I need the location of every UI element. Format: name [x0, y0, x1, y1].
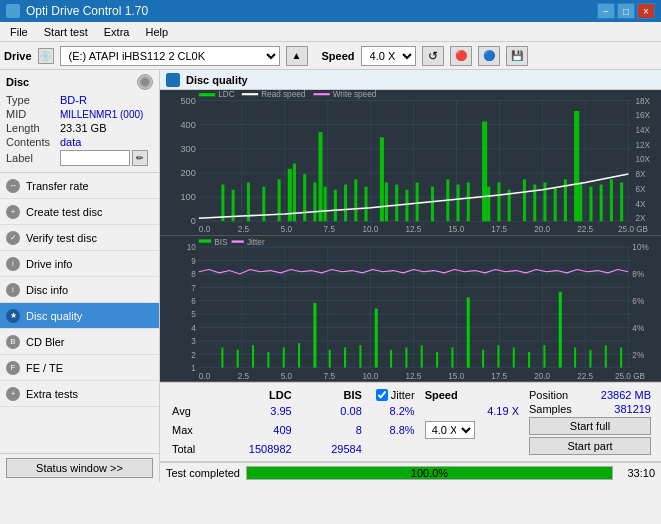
mid-value: MILLENMR1 (000) — [60, 109, 143, 120]
svg-text:10%: 10% — [632, 242, 649, 252]
svg-rect-20 — [262, 187, 265, 222]
svg-text:12.5: 12.5 — [405, 370, 421, 380]
svg-rect-17 — [221, 185, 224, 222]
svg-rect-47 — [543, 182, 546, 221]
svg-text:15.0: 15.0 — [448, 370, 464, 380]
svg-text:7.5: 7.5 — [324, 224, 336, 234]
svg-rect-48 — [554, 187, 557, 222]
svg-rect-24 — [303, 174, 306, 221]
progress-bar: 100.0% — [246, 466, 613, 480]
sidebar-item-drive-info[interactable]: i Drive info — [0, 251, 159, 277]
svg-text:10.0: 10.0 — [362, 224, 378, 234]
svg-rect-50 — [574, 111, 579, 221]
avg-bis: 0.08 — [298, 404, 366, 418]
svg-rect-0 — [160, 90, 661, 235]
sidebar-item-verify-test-disc[interactable]: ✓ Verify test disc — [0, 225, 159, 251]
svg-text:2: 2 — [191, 349, 196, 359]
svg-text:15.0: 15.0 — [448, 224, 464, 234]
sidebar-item-label: Transfer rate — [26, 180, 89, 192]
minimize-button[interactable]: − — [597, 3, 615, 19]
svg-rect-124 — [451, 348, 453, 368]
svg-rect-130 — [543, 345, 545, 367]
svg-text:4X: 4X — [635, 199, 645, 209]
jitter-checkbox[interactable] — [376, 389, 388, 401]
svg-rect-35 — [405, 190, 408, 222]
svg-text:6X: 6X — [635, 184, 645, 194]
svg-rect-111 — [252, 345, 254, 367]
contents-value: data — [60, 136, 81, 148]
stats-bar: LDC BIS Jitter Speed Avg 3.95 — [160, 382, 661, 462]
menu-extra[interactable]: Extra — [98, 24, 136, 40]
disc-quality-header: Disc quality — [160, 70, 661, 90]
svg-rect-135 — [620, 348, 622, 368]
start-part-button[interactable]: Start part — [529, 437, 651, 455]
eject-button[interactable]: ▲ — [286, 46, 308, 66]
settings-button1[interactable]: 🔴 — [450, 46, 472, 66]
length-label: Length — [6, 122, 60, 134]
speed-label: Speed — [322, 50, 355, 62]
svg-text:10.0: 10.0 — [362, 370, 378, 380]
sidebar-item-extra-tests[interactable]: + Extra tests — [0, 381, 159, 407]
sidebar-item-transfer-rate[interactable]: ↔ Transfer rate — [0, 173, 159, 199]
svg-text:BIS: BIS — [214, 237, 227, 247]
disc-section-title: Disc — [6, 76, 29, 88]
sidebar-item-disc-quality[interactable]: ★ Disc quality — [0, 303, 159, 329]
speed-select[interactable]: 4.0 X — [361, 46, 416, 66]
menu-help[interactable]: Help — [139, 24, 174, 40]
svg-rect-33 — [385, 182, 388, 221]
sidebar-item-create-test-disc[interactable]: + Create test disc — [0, 199, 159, 225]
jitter-header: Jitter — [391, 389, 415, 401]
menu-start-test[interactable]: Start test — [38, 24, 94, 40]
disc-section: Disc Type BD-R MID MILLENMR1 (000) Lengt… — [0, 70, 159, 173]
svg-rect-30 — [354, 179, 357, 221]
label-edit-button[interactable]: ✏ — [132, 150, 148, 166]
maximize-button[interactable]: □ — [617, 3, 635, 19]
svg-rect-26 — [318, 132, 322, 221]
svg-rect-52 — [589, 187, 592, 222]
svg-text:8: 8 — [191, 269, 196, 279]
sidebar-item-label: FE / TE — [26, 362, 63, 374]
settings-button2[interactable]: 🔵 — [478, 46, 500, 66]
drive-select[interactable]: (E:) ATAPI iHBS112 2 CL0K — [60, 46, 280, 66]
svg-rect-122 — [421, 345, 423, 367]
type-value: BD-R — [60, 94, 87, 106]
total-label: Total — [168, 442, 204, 456]
svg-text:Jitter: Jitter — [247, 237, 265, 247]
max-bis: 8 — [298, 420, 366, 440]
refresh-button[interactable]: ↺ — [422, 46, 444, 66]
progress-percent: 100.0% — [247, 467, 612, 479]
sidebar-item-disc-info[interactable]: i Disc info — [0, 277, 159, 303]
save-button[interactable]: 💾 — [506, 46, 528, 66]
svg-text:25.0 GB: 25.0 GB — [615, 370, 645, 380]
svg-text:4: 4 — [191, 322, 196, 332]
close-button[interactable]: × — [637, 3, 655, 19]
svg-text:10X: 10X — [635, 154, 650, 164]
svg-rect-109 — [221, 348, 223, 368]
svg-rect-128 — [513, 348, 515, 368]
svg-rect-42 — [487, 187, 490, 222]
svg-text:22.5: 22.5 — [577, 370, 593, 380]
svg-rect-134 — [605, 345, 607, 367]
svg-rect-117 — [344, 348, 346, 368]
svg-text:5: 5 — [191, 309, 196, 319]
svg-text:Write speed: Write speed — [333, 90, 377, 99]
verify-test-icon: ✓ — [6, 231, 20, 245]
sidebar-item-cd-bler[interactable]: B CD Bler — [0, 329, 159, 355]
svg-rect-31 — [364, 187, 367, 222]
svg-rect-114 — [298, 343, 300, 368]
disc-icon — [137, 74, 153, 90]
svg-rect-132 — [574, 348, 576, 368]
svg-text:9: 9 — [191, 256, 196, 266]
svg-rect-88 — [160, 236, 661, 381]
menu-file[interactable]: File — [4, 24, 34, 40]
svg-rect-34 — [395, 185, 398, 222]
label-input[interactable] — [60, 150, 130, 166]
svg-rect-162 — [199, 239, 211, 242]
drive-bar: Drive 💿 (E:) ATAPI iHBS112 2 CL0K ▲ Spee… — [0, 42, 661, 70]
test-speed-select[interactable]: 4.0 X — [425, 421, 475, 439]
sidebar-item-fe-te[interactable]: F FE / TE — [0, 355, 159, 381]
start-full-button[interactable]: Start full — [529, 417, 651, 435]
svg-text:0: 0 — [191, 216, 196, 226]
svg-rect-125 — [467, 297, 470, 367]
status-window-button[interactable]: Status window >> — [6, 458, 153, 478]
